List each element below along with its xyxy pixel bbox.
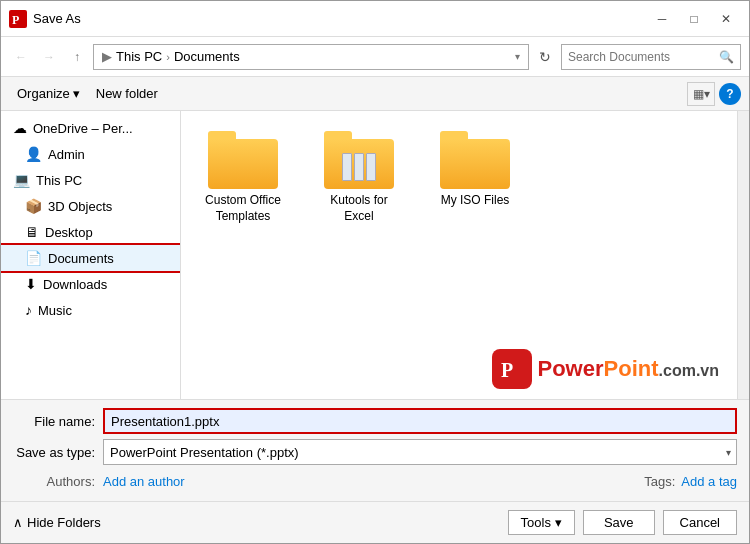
svg-text:P: P: [12, 13, 19, 27]
downloads-icon: ⬇: [25, 276, 37, 292]
search-box[interactable]: 🔍: [561, 44, 741, 70]
filename-input[interactable]: [103, 408, 737, 434]
file-area: Custom OfficeTemplates: [181, 111, 737, 399]
main-content: ☁ OneDrive – Per... 👤 Admin 💻 This PC 📦 …: [1, 111, 749, 399]
app-icon: P: [9, 10, 27, 28]
savetype-label: Save as type:: [13, 445, 103, 460]
savetype-row: Save as type: PowerPoint Presentation (*…: [13, 439, 737, 465]
sidebar-item-onedrive[interactable]: ☁ OneDrive – Per...: [1, 115, 180, 141]
filename-label: File name:: [13, 414, 103, 429]
tools-button[interactable]: Tools ▾: [508, 510, 575, 535]
path-part-thispc: This PC: [116, 49, 162, 64]
sidebar-item-3dobjects[interactable]: 📦 3D Objects: [1, 193, 180, 219]
forward-button[interactable]: →: [37, 45, 61, 69]
window-controls: ─ □ ✕: [647, 8, 741, 30]
3dobjects-icon: 📦: [25, 198, 42, 214]
add-tag-link[interactable]: Add a tag: [681, 474, 737, 489]
path-separator-icon: ▶: [102, 49, 112, 64]
scrollbar[interactable]: [737, 111, 749, 399]
onedrive-icon: ☁: [13, 120, 27, 136]
new-folder-button[interactable]: New folder: [88, 83, 166, 104]
sidebar-item-label: 3D Objects: [48, 199, 112, 214]
address-bar: ← → ↑ ▶ This PC › Documents ▾ ↻ 🔍: [1, 37, 749, 77]
tools-label: Tools: [521, 515, 551, 530]
watermark-point: Point: [604, 356, 659, 381]
hide-folders-label: Hide Folders: [27, 515, 101, 530]
watermark-text: PowerPoint.com.vn: [538, 358, 720, 380]
up-button[interactable]: ↑: [65, 45, 89, 69]
sidebar-item-desktop[interactable]: 🖥 Desktop: [1, 219, 180, 245]
folder-my-iso[interactable]: My ISO Files: [425, 123, 525, 232]
sidebar-item-admin[interactable]: 👤 Admin: [1, 141, 180, 167]
folder-icon-my-iso: [440, 131, 510, 189]
address-path[interactable]: ▶ This PC › Documents ▾: [93, 44, 529, 70]
back-button[interactable]: ←: [9, 45, 33, 69]
watermark-logo: P: [492, 349, 532, 389]
savetype-select[interactable]: PowerPoint Presentation (*.pptx): [103, 439, 737, 465]
thispc-icon: 💻: [13, 172, 30, 188]
sidebar-item-label: Downloads: [43, 277, 107, 292]
help-button[interactable]: ?: [719, 83, 741, 105]
view-icon: ▦: [693, 87, 704, 101]
sidebar-item-label: Desktop: [45, 225, 93, 240]
filename-row: File name: document.querySelector('[data…: [13, 408, 737, 434]
view-button[interactable]: ▦ ▾: [687, 82, 715, 106]
cancel-button[interactable]: Cancel: [663, 510, 737, 535]
savetype-wrapper: PowerPoint Presentation (*.pptx) ▾: [103, 439, 737, 465]
folder-custom-office[interactable]: Custom OfficeTemplates: [193, 123, 293, 232]
watermark: P PowerPoint.com.vn: [492, 349, 720, 389]
refresh-button[interactable]: ↻: [533, 45, 557, 69]
bottom-area: File name: document.querySelector('[data…: [1, 399, 749, 501]
file-area-wrapper: Custom OfficeTemplates: [181, 111, 749, 399]
documents-icon: 📄: [25, 250, 42, 266]
organize-arrow-icon: ▾: [73, 86, 80, 101]
maximize-button[interactable]: □: [679, 8, 709, 30]
desktop-icon: 🖥: [25, 224, 39, 240]
path-dropdown-arrow[interactable]: ▾: [515, 51, 520, 62]
folder-name-custom-office: Custom OfficeTemplates: [205, 193, 281, 224]
add-author-link[interactable]: Add an author: [103, 474, 185, 489]
view-arrow-icon: ▾: [704, 87, 710, 101]
music-icon: ♪: [25, 302, 32, 318]
save-as-dialog: P Save As ─ □ ✕ ← → ↑ ▶ This PC › Docume…: [0, 0, 750, 544]
hide-folders-button[interactable]: ∧ Hide Folders: [13, 515, 101, 530]
sidebar: ☁ OneDrive – Per... 👤 Admin 💻 This PC 📦 …: [1, 111, 181, 399]
sidebar-item-label: Music: [38, 303, 72, 318]
folder-icon-kutools: [324, 131, 394, 189]
dialog-title: Save As: [33, 11, 647, 26]
sidebar-item-label: Admin: [48, 147, 85, 162]
sidebar-item-label: Documents: [48, 251, 114, 266]
hide-folders-arrow-icon: ∧: [13, 515, 23, 530]
organize-label: Organize: [17, 86, 70, 101]
title-bar: P Save As ─ □ ✕: [1, 1, 749, 37]
toolbar: Organize ▾ New folder ▦ ▾ ?: [1, 77, 749, 111]
sidebar-item-music[interactable]: ♪ Music: [1, 297, 180, 323]
watermark-power: Power: [538, 356, 604, 381]
organize-button[interactable]: Organize ▾: [9, 83, 88, 104]
folder-name-kutools: Kutools for Excel: [317, 193, 401, 224]
search-icon: 🔍: [719, 50, 734, 64]
meta-row: Authors: Add an author Tags: Add a tag: [13, 470, 737, 493]
watermark-domain: .com.vn: [659, 362, 719, 379]
folder-kutools[interactable]: Kutools for Excel: [309, 123, 409, 232]
folder-name-my-iso: My ISO Files: [441, 193, 510, 209]
path-separator: ›: [166, 51, 170, 63]
tools-arrow-icon: ▾: [555, 515, 562, 530]
folder-icon-custom-office: [208, 131, 278, 189]
minimize-button[interactable]: ─: [647, 8, 677, 30]
close-button[interactable]: ✕: [711, 8, 741, 30]
sidebar-item-downloads[interactable]: ⬇ Downloads: [1, 271, 180, 297]
search-input[interactable]: [568, 50, 719, 64]
new-folder-label: New folder: [96, 86, 158, 101]
path-part-documents: Documents: [174, 49, 240, 64]
sidebar-item-documents[interactable]: 📄 Documents: [1, 245, 180, 271]
tags-label: Tags:: [644, 474, 675, 489]
svg-text:P: P: [501, 359, 513, 381]
sidebar-item-label: OneDrive – Per...: [33, 121, 133, 136]
sidebar-item-label: This PC: [36, 173, 82, 188]
sidebar-item-thispc[interactable]: 💻 This PC: [1, 167, 180, 193]
authors-label: Authors:: [13, 474, 103, 489]
save-button[interactable]: Save: [583, 510, 655, 535]
action-row: ∧ Hide Folders Tools ▾ Save Cancel: [1, 501, 749, 543]
admin-icon: 👤: [25, 146, 42, 162]
